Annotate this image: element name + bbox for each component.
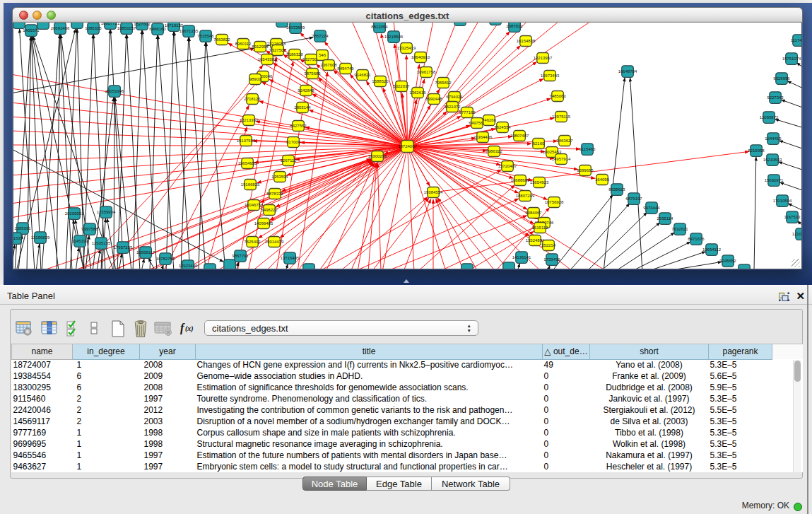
svg-text:10807487: 10807487: [510, 134, 529, 138]
svg-text:12213967: 12213967: [534, 56, 553, 60]
svg-text:8186328: 8186328: [286, 52, 303, 57]
svg-text:10957721: 10957721: [101, 23, 120, 25]
svg-text:18640910: 18640910: [411, 55, 430, 59]
svg-text:8427552: 8427552: [290, 124, 307, 128]
svg-text:98903: 98903: [249, 77, 261, 81]
svg-text:8990448: 8990448: [425, 97, 442, 101]
svg-text:1405571: 1405571: [23, 28, 40, 33]
svg-text:12103034: 12103034: [792, 232, 802, 236]
svg-text:3875685: 3875685: [304, 71, 321, 76]
svg-text:9777169: 9777169: [459, 110, 476, 115]
svg-text:546: 546: [319, 53, 326, 57]
svg-text:1353594: 1353594: [271, 175, 288, 179]
svg-text:9327503: 9327503: [269, 48, 286, 52]
svg-text:1362615: 1362615: [409, 90, 426, 95]
svg-text:13716485: 13716485: [281, 256, 300, 260]
svg-text:12505135: 12505135: [92, 241, 111, 245]
svg-text:8454749: 8454749: [337, 66, 354, 71]
svg-text:9329996: 9329996: [773, 76, 790, 81]
svg-text:12213363: 12213363: [240, 118, 259, 122]
svg-text:5878332: 5878332: [266, 192, 283, 196]
svg-text:16210643: 16210643: [763, 158, 782, 162]
svg-text:9115460: 9115460: [579, 147, 596, 151]
svg-text:18807249: 18807249: [516, 194, 535, 198]
svg-text:12156829: 12156829: [31, 235, 50, 240]
svg-text:10756928: 10756928: [545, 200, 564, 204]
svg-text:1733436: 1733436: [543, 257, 560, 262]
svg-text:10973493: 10973493: [541, 74, 560, 78]
svg-text:10688609: 10688609: [511, 178, 530, 182]
svg-text:12093872: 12093872: [760, 115, 779, 119]
svg-text:9227343: 9227343: [767, 95, 784, 100]
svg-text:3267110: 3267110: [281, 158, 298, 163]
svg-text:19384554: 19384554: [424, 190, 443, 194]
svg-text:7515546: 7515546: [197, 34, 214, 38]
svg-text:3624554: 3624554: [494, 125, 511, 129]
svg-text:15751074: 15751074: [782, 57, 801, 61]
svg-text:1167533: 1167533: [784, 215, 801, 219]
svg-text:62160: 62160: [533, 141, 545, 146]
svg-text:14957914: 14957914: [552, 157, 571, 161]
svg-text:16914479: 16914479: [265, 240, 284, 244]
svg-text:6794024: 6794024: [446, 95, 463, 99]
svg-text:9245652: 9245652: [719, 259, 736, 263]
svg-text:917006: 917006: [286, 140, 301, 144]
svg-text:15046756: 15046756: [245, 203, 264, 207]
svg-text:16107553: 16107553: [237, 139, 256, 143]
svg-text:5322037: 5322037: [393, 84, 410, 88]
svg-text:18300295: 18300295: [368, 154, 387, 158]
svg-text:1615112: 1615112: [532, 226, 549, 230]
svg-text:(x): (x): [185, 325, 194, 333]
svg-text:9463627: 9463627: [556, 139, 573, 143]
svg-text:8960112: 8960112: [235, 42, 252, 46]
svg-text:1621072: 1621072: [444, 105, 461, 109]
svg-text:18724007: 18724007: [398, 144, 417, 148]
svg-text:21364436: 21364436: [473, 135, 493, 139]
svg-text:20206551: 20206551: [65, 211, 84, 216]
svg-text:16543382: 16543382: [258, 57, 277, 62]
svg-text:16154838: 16154838: [517, 39, 536, 43]
svg-text:8471676: 8471676: [688, 237, 705, 241]
svg-text:1244415: 1244415: [765, 136, 782, 141]
svg-text:9146821: 9146821: [354, 73, 371, 77]
svg-text:26053346: 26053346: [105, 89, 124, 93]
svg-text:1527602: 1527602: [134, 23, 151, 26]
svg-text:15720407: 15720407: [498, 164, 517, 168]
svg-text:391539: 391539: [13, 236, 23, 240]
svg-text:15692971: 15692971: [765, 178, 784, 182]
svg-text:6879197: 6879197: [625, 197, 642, 201]
svg-text:7485063: 7485063: [549, 94, 566, 98]
svg-text:19166825: 19166825: [241, 182, 260, 187]
svg-text:10961758: 10961758: [417, 70, 436, 74]
svg-text:9857791: 9857791: [232, 254, 249, 258]
svg-text:5498222: 5498222: [261, 208, 278, 212]
svg-text:8938923: 8938923: [608, 187, 625, 192]
svg-text:19654955: 19654955: [238, 161, 257, 165]
svg-text:12923446: 12923446: [179, 264, 198, 268]
svg-text:20691406: 20691406: [51, 26, 70, 30]
svg-text:10654112: 10654112: [702, 247, 722, 252]
svg-text:14099485: 14099485: [254, 221, 273, 226]
svg-text:10958117: 10958117: [136, 250, 155, 255]
svg-text:17957255: 17957255: [114, 245, 133, 250]
svg-text:2367608: 2367608: [320, 63, 337, 67]
svg-text:1085325: 1085325: [85, 26, 102, 30]
svg-text:2087812: 2087812: [506, 24, 523, 28]
svg-text:12975115: 12975115: [552, 115, 571, 119]
svg-text:16033809: 16033809: [286, 25, 305, 30]
svg-text:f: f: [180, 322, 185, 334]
svg-text:10853257: 10853257: [117, 26, 136, 30]
svg-text:1385061: 1385061: [14, 226, 31, 230]
svg-text:252214: 252214: [541, 243, 556, 247]
svg-text:2803144: 2803144: [294, 105, 311, 110]
svg-text:1588520: 1588520: [372, 79, 389, 83]
svg-text:13524851: 13524851: [526, 238, 545, 243]
svg-text:7663822: 7663822: [213, 37, 230, 42]
svg-text:7625402: 7625402: [244, 240, 261, 244]
svg-text:2935114: 2935114: [657, 216, 674, 221]
svg-text:10719155: 10719155: [165, 23, 184, 28]
svg-text:7857224: 7857224: [312, 34, 329, 38]
svg-text:16782759: 16782759: [156, 257, 175, 261]
svg-text:19218506: 19218506: [384, 35, 404, 39]
svg-text:10671355: 10671355: [180, 29, 199, 33]
